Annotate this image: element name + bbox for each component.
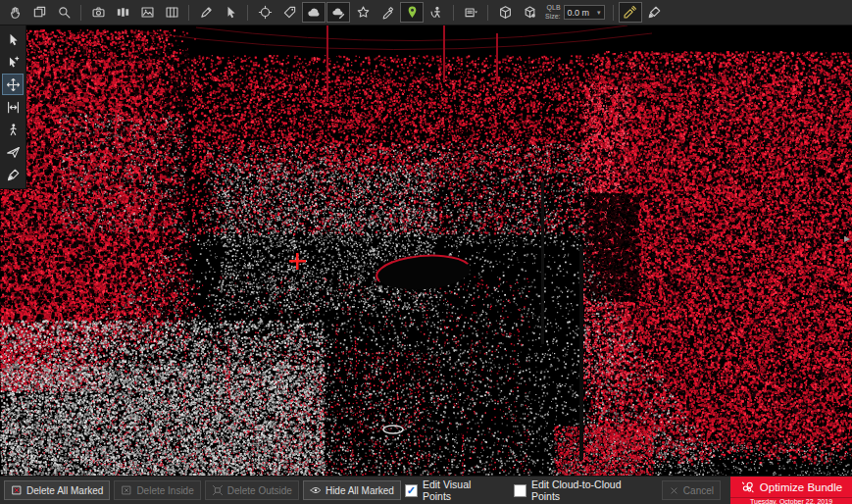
- select-cursor-button[interactable]: [219, 2, 242, 23]
- film-strip-icon: [165, 5, 179, 20]
- edit-visual-points-checkbox[interactable]: Edit Visual Points: [405, 479, 502, 502]
- measure-icon: [6, 100, 21, 115]
- cube-3d-icon: [498, 5, 513, 20]
- tag-icon: [282, 5, 297, 20]
- move-tool-button[interactable]: [2, 74, 24, 95]
- draw-pen-button[interactable]: [376, 2, 399, 23]
- select-arrow-button[interactable]: [2, 28, 24, 50]
- pan-hand-button[interactable]: [3, 2, 26, 23]
- delete-marked-icon: [11, 484, 23, 496]
- paint-brush-icon: [647, 5, 662, 20]
- delete-outside-icon: [212, 484, 224, 496]
- toolbar-separator: [487, 5, 488, 21]
- toolbar-separator: [613, 5, 614, 21]
- viewport-canvas[interactable]: [0, 25, 852, 476]
- optimize-bundle-label: Optimize Bundle: [760, 481, 842, 493]
- move-tool-icon: [6, 77, 21, 92]
- star-button[interactable]: [351, 2, 375, 23]
- walk-person-icon: [6, 123, 21, 137]
- select-cursor-icon: [224, 5, 238, 20]
- toolbar-separator: [188, 5, 189, 21]
- caret-down-icon: ▾: [597, 9, 601, 17]
- fly-plane-button[interactable]: [2, 141, 24, 163]
- panorama-button[interactable]: [111, 2, 134, 23]
- star-icon: [356, 5, 371, 20]
- bottom-bar: Delete All MarkedDelete InsideDelete Out…: [0, 476, 852, 504]
- measure-button[interactable]: [2, 96, 24, 118]
- location-pin-button[interactable]: [400, 2, 424, 23]
- point-cloud-icon: [307, 5, 322, 20]
- camera-icon: [91, 5, 106, 20]
- button-label: Hide All Marked: [326, 485, 394, 496]
- camera-button[interactable]: [86, 2, 110, 23]
- chevron-right-icon: ▶: [844, 234, 850, 243]
- view-window-button[interactable]: [27, 2, 51, 23]
- delete-inside-icon: [121, 484, 132, 496]
- film-strip-button[interactable]: [160, 2, 183, 23]
- toolbar-separator: [247, 5, 248, 21]
- limit-box-icon: [258, 5, 273, 20]
- cloud-edit-button[interactable]: [326, 2, 350, 23]
- ql-size-control: QLBSize:0.0 m▾: [545, 4, 605, 20]
- status-date: Tuesday, October 22, 2019: [730, 497, 852, 504]
- zoom-window-button[interactable]: [52, 2, 75, 23]
- fly-plane-icon: [6, 145, 21, 160]
- limit-box-button[interactable]: [253, 2, 276, 23]
- person-orbit-icon: [429, 5, 444, 20]
- checkbox-label: Edit Visual Points: [423, 479, 502, 502]
- cancel-label: Cancel: [683, 485, 714, 496]
- cube-3d-button[interactable]: [493, 2, 517, 23]
- tag-button[interactable]: [277, 2, 301, 23]
- zoom-window-icon: [57, 5, 72, 20]
- cube-camera-icon: [523, 5, 537, 20]
- toolbar-separator: [453, 5, 454, 21]
- layers-dropdown-icon: [464, 5, 478, 20]
- image-icon: [140, 5, 155, 20]
- bundle-icon: [740, 479, 755, 494]
- person-orbit-button[interactable]: [425, 2, 448, 23]
- ql-size-value[interactable]: 0.0 m▾: [564, 5, 605, 20]
- select-sparkle-button[interactable]: [2, 51, 24, 73]
- bottom-buttons: Delete All MarkedDelete InsideDelete Out…: [4, 480, 401, 500]
- delete-outside-button[interactable]: Delete Outside: [205, 480, 299, 500]
- button-label: Delete All Marked: [26, 485, 103, 496]
- optimize-bundle-button[interactable]: Optimize Bundle: [730, 477, 852, 497]
- checkbox-label: Edit Cloud-to-Cloud Points: [531, 479, 652, 502]
- button-label: Delete Inside: [136, 485, 193, 496]
- checkbox-box: [405, 484, 418, 497]
- view-window-icon: [32, 5, 47, 20]
- hide-all-marked-button[interactable]: Hide All Marked: [303, 480, 401, 500]
- flashlight-icon: [623, 5, 637, 20]
- ql-size-label: QLBSize:: [545, 4, 561, 20]
- image-button[interactable]: [135, 2, 159, 23]
- hide-marked-icon: [310, 484, 322, 496]
- cube-camera-button[interactable]: [518, 2, 541, 23]
- panorama-icon: [116, 5, 130, 20]
- optimize-bundle-area: Optimize Bundle Tuesday, October 22, 201…: [730, 477, 852, 504]
- delete-inside-button[interactable]: Delete Inside: [114, 480, 200, 500]
- point-cloud-button[interactable]: [302, 2, 326, 23]
- button-label: Delete Outside: [227, 485, 292, 496]
- close-icon: [669, 485, 679, 496]
- edit-cloud-to-cloud-points-checkbox[interactable]: Edit Cloud-to-Cloud Points: [514, 479, 652, 502]
- select-sparkle-icon: [6, 55, 21, 70]
- mark-brush-icon: [6, 168, 21, 182]
- draw-pen-icon: [380, 5, 395, 20]
- top-toolbar: QLBSize:0.0 m▾: [0, 0, 852, 25]
- cloud-edit-icon: [331, 5, 346, 20]
- marker-pen-button[interactable]: [194, 2, 218, 23]
- delete-all-marked-button[interactable]: Delete All Marked: [4, 480, 110, 500]
- mark-brush-button[interactable]: [2, 164, 24, 185]
- walk-person-button[interactable]: [2, 119, 24, 140]
- layers-dropdown-button[interactable]: [459, 2, 482, 23]
- right-panel-toggle[interactable]: ▶: [842, 227, 852, 249]
- flashlight-button[interactable]: [619, 2, 642, 23]
- pan-hand-icon: [8, 5, 23, 20]
- checkbox-group: Edit Visual PointsEdit Cloud-to-Cloud Po…: [405, 479, 652, 502]
- toolbar-separator: [80, 5, 81, 21]
- select-arrow-icon: [6, 32, 21, 47]
- marker-pen-icon: [199, 5, 214, 20]
- paint-brush-button[interactable]: [643, 2, 667, 23]
- left-toolbar: [0, 25, 26, 189]
- cancel-button[interactable]: Cancel: [662, 480, 721, 500]
